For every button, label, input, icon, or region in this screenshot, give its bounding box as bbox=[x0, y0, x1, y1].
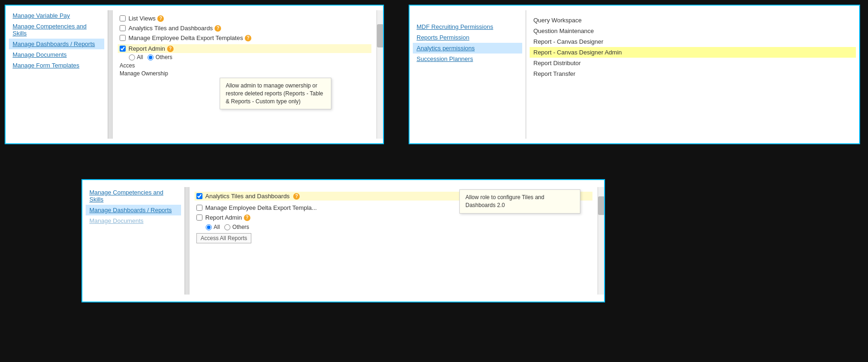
manage-ownership-row: Manage Ownership bbox=[120, 70, 370, 77]
bottom-radio-all-label: All bbox=[214, 224, 220, 230]
right-item-canvas-designer[interactable]: Report - Canvas Designer bbox=[533, 36, 852, 47]
checkbox-delta-export: Manage Employee Delta Export Templates ? bbox=[120, 34, 370, 41]
access-row: Acces bbox=[120, 62, 370, 69]
radio-all-label: All bbox=[137, 54, 143, 60]
scrollbar-thumb[interactable] bbox=[377, 24, 384, 47]
top-left-checkbox-area: List Views ? Analytics Tiles and Dashboa… bbox=[113, 10, 377, 139]
checkbox-analytics-tiles-label: Analytics Tiles and Dashboards bbox=[128, 25, 213, 32]
analytics-tiles-info-icon[interactable]: ? bbox=[215, 25, 221, 32]
bottom-checkbox-analytics-tiles-label: Analytics Tiles and Dashboards bbox=[205, 193, 289, 200]
bottom-checkbox-analytics-tiles-input[interactable] bbox=[196, 193, 202, 199]
checkbox-list-views-input[interactable] bbox=[120, 15, 126, 21]
report-admin-tooltip: Allow admin to manage ownership or resto… bbox=[220, 78, 331, 109]
access-all-reports-input[interactable]: Access All Reports bbox=[196, 233, 251, 243]
bottom-radio-others[interactable] bbox=[224, 224, 230, 230]
bottom-link-competencies[interactable]: Manage Competencies and Skills bbox=[89, 187, 177, 205]
checkbox-report-admin: Report Admin ? bbox=[118, 44, 371, 53]
sidebar-link-competencies[interactable]: Manage Competencies and Skills bbox=[13, 21, 101, 39]
bottom-checkbox-delta-label: Manage Employee Delta Export Templa... bbox=[205, 204, 317, 211]
right-item-report-transfer[interactable]: Report Transfer bbox=[533, 68, 852, 79]
sidebar-link-form-templates[interactable]: Manage Form Templates bbox=[13, 60, 101, 71]
right-item-report-distributor[interactable]: Report Distributor bbox=[533, 58, 852, 68]
right-item-canvas-designer-admin[interactable]: Report - Canvas Designer Admin bbox=[530, 47, 856, 58]
bottom-analytics-tooltip: Allow role to configure Tiles and Dashbo… bbox=[459, 189, 580, 214]
bottom-analytics-tiles-info-icon[interactable]: ? bbox=[293, 193, 300, 200]
delta-export-info-icon[interactable]: ? bbox=[245, 35, 251, 41]
top-left-sidebar: Manage Variable Pay Manage Competencies … bbox=[6, 10, 108, 139]
checkbox-analytics-tiles: Analytics Tiles and Dashboards ? bbox=[120, 25, 370, 32]
bottom-report-admin-info-icon[interactable]: ? bbox=[244, 215, 250, 221]
list-views-info-icon[interactable]: ? bbox=[157, 15, 164, 22]
bottom-scrollbar-thumb[interactable] bbox=[598, 196, 605, 215]
bottom-checkbox-area: Analytics Tiles and Dashboards ? Manage … bbox=[189, 187, 598, 295]
bottom-access-all-reports-row: Access All Reports bbox=[196, 233, 591, 243]
radio-others[interactable] bbox=[148, 54, 154, 60]
scrollbar-vertical[interactable] bbox=[377, 10, 383, 139]
bottom-v-divider bbox=[185, 187, 189, 295]
tooltip-text: Allow admin to manage ownership or resto… bbox=[226, 82, 323, 105]
checkbox-analytics-tiles-input[interactable] bbox=[120, 25, 126, 31]
bottom-checkbox-report-admin-input[interactable] bbox=[196, 215, 202, 221]
bottom-scrollbar-vertical[interactable] bbox=[598, 187, 604, 295]
bottom-checkbox-delta-input[interactable] bbox=[196, 205, 202, 211]
right-item-question-maintenance[interactable]: Question Maintenance bbox=[533, 26, 852, 36]
sidebar-link-dashboards[interactable]: Manage Dashboards / Reports bbox=[9, 39, 104, 49]
link-reports-permission[interactable]: Reports Permission bbox=[417, 32, 518, 43]
link-succession-planners[interactable]: Succession Planners bbox=[417, 54, 518, 64]
bottom-radio-all[interactable] bbox=[206, 224, 212, 230]
access-label-text: Acces bbox=[120, 62, 135, 69]
bottom-checkbox-report-admin: Report Admin ? bbox=[196, 214, 591, 221]
radio-others-label: Others bbox=[155, 54, 172, 60]
checkbox-report-admin-input[interactable] bbox=[120, 46, 126, 52]
checkbox-report-admin-label: Report Admin bbox=[128, 45, 165, 52]
faded-analytics-link bbox=[417, 15, 518, 19]
bottom-radio-group: All Others bbox=[206, 224, 591, 230]
link-mdf-recruiting[interactable]: MDF Recruiting Permissions bbox=[417, 21, 518, 32]
sidebar-link-variable-pay[interactable]: Manage Variable Pay bbox=[13, 10, 101, 21]
bottom-left-sidebar: Manage Competencies and Skills Manage Da… bbox=[82, 187, 185, 295]
bottom-link-dashboards[interactable]: Manage Dashboards / Reports bbox=[86, 205, 181, 215]
checkbox-list-views-label: List Views bbox=[128, 15, 155, 22]
right-item-query-workspace[interactable]: Query Workspace bbox=[533, 15, 852, 26]
top-left-panel: Manage Variable Pay Manage Competencies … bbox=[5, 5, 384, 144]
top-right-panel: MDF Recruiting Permissions Reports Permi… bbox=[409, 5, 860, 144]
bottom-checkbox-report-admin-label: Report Admin bbox=[205, 214, 242, 221]
manage-ownership-text: Manage Ownership bbox=[120, 70, 168, 77]
top-right-left-col: MDF Recruiting Permissions Reports Permi… bbox=[410, 10, 526, 139]
checkbox-delta-export-label: Manage Employee Delta Export Templates bbox=[128, 34, 243, 41]
sidebar-link-documents[interactable]: Manage Documents bbox=[13, 49, 101, 60]
vertical-divider bbox=[108, 10, 113, 139]
top-right-right-col: Query Workspace Question Maintenance Rep… bbox=[526, 10, 859, 139]
link-analytics-permissions[interactable]: Analytics permissions bbox=[413, 43, 522, 54]
bottom-tooltip-text: Allow role to configure Tiles and Dashbo… bbox=[465, 194, 544, 208]
bottom-panel: Manage Competencies and Skills Manage Da… bbox=[81, 179, 605, 302]
checkbox-delta-export-input[interactable] bbox=[120, 35, 126, 41]
bottom-radio-others-label: Others bbox=[232, 224, 249, 230]
checkbox-list-views: List Views ? bbox=[120, 15, 370, 22]
radio-all[interactable] bbox=[129, 54, 135, 60]
report-admin-radio-group: All Others bbox=[129, 54, 370, 60]
bottom-link-documents[interactable]: Manage Documents bbox=[89, 215, 177, 226]
report-admin-info-icon[interactable]: ? bbox=[167, 46, 174, 52]
